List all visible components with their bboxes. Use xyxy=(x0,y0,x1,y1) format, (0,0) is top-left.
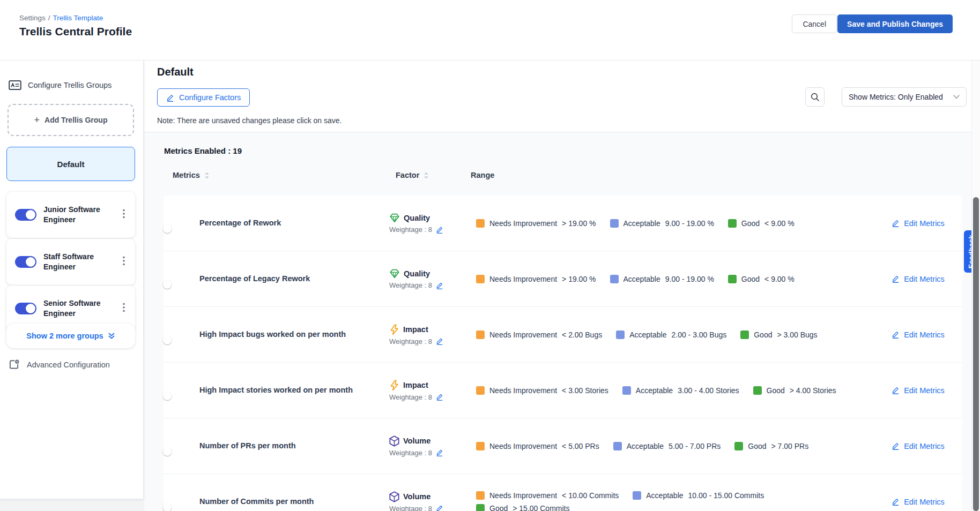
range-color-swatch xyxy=(734,442,743,450)
column-header-metrics[interactable]: Metrics xyxy=(173,171,210,179)
range-item: Needs Improvement > 19.00 % xyxy=(476,275,596,283)
range-item: Needs Improvement < 5.00 PRs xyxy=(476,442,599,450)
range-value: > 3.00 Bugs xyxy=(777,330,817,339)
breadcrumb-separator: / xyxy=(48,14,50,22)
range-value: 5.00 - 7.00 PRs xyxy=(669,442,721,450)
metrics-rows: Percentage of Rework Quality Weightage :… xyxy=(164,196,962,511)
group-toggle[interactable] xyxy=(15,303,36,314)
breadcrumb-trellis-template[interactable]: Trellis Template xyxy=(53,14,103,22)
factor-name: Quality xyxy=(404,269,430,278)
range-list: Needs Improvement < 3.00 Stories Accepta… xyxy=(476,386,874,395)
edit-weightage-icon[interactable] xyxy=(436,226,443,234)
edit-weightage-icon[interactable] xyxy=(436,449,443,456)
configure-factors-button[interactable]: Configure Factors xyxy=(157,88,250,107)
range-level: Acceptable xyxy=(627,442,664,450)
default-group-label: Default xyxy=(57,160,85,169)
range-item: Acceptable 2.00 - 3.00 Bugs xyxy=(616,330,726,339)
range-level: Acceptable xyxy=(636,386,673,395)
show-metrics-dropdown[interactable]: Show Metrics: Only Enabled xyxy=(842,87,967,107)
quality-icon xyxy=(389,268,400,279)
advanced-configuration-label: Advanced Configuration xyxy=(27,360,110,369)
edit-metrics-label: Edit Metrics xyxy=(904,386,945,395)
scrollbar-thumb[interactable] xyxy=(973,197,979,511)
table-row: High Impact bugs worked on per month Imp… xyxy=(164,307,962,363)
range-level: Acceptable xyxy=(623,219,660,228)
breadcrumb-settings[interactable]: Settings xyxy=(19,14,46,22)
group-toggle[interactable] xyxy=(15,256,36,268)
table-row: Percentage of Rework Quality Weightage :… xyxy=(164,196,962,251)
add-trellis-group-label: Add Trellis Group xyxy=(44,116,107,124)
range-item: Acceptable 5.00 - 7.00 PRs xyxy=(613,442,721,450)
edit-weightage-icon[interactable] xyxy=(436,505,443,511)
range-level: Needs Improvement xyxy=(489,275,557,283)
show-more-groups-button[interactable]: Show 2 more groups xyxy=(6,324,135,348)
kebab-menu-icon[interactable] xyxy=(119,209,129,221)
advanced-configuration-button[interactable]: Advanced Configuration xyxy=(9,359,110,370)
edit-metrics-button[interactable]: Edit Metrics xyxy=(892,330,945,339)
edit-metrics-button[interactable]: Edit Metrics xyxy=(892,442,945,450)
sidebar-item-junior-software-engineer[interactable]: Junior Software Engineer xyxy=(6,192,135,238)
range-list: Needs Improvement < 5.00 PRs Acceptable … xyxy=(476,442,874,450)
kebab-menu-icon[interactable] xyxy=(119,303,129,314)
add-trellis-group-button[interactable]: + Add Trellis Group xyxy=(8,104,134,136)
range-item: Acceptable 3.00 - 4.00 Stories xyxy=(622,386,739,395)
range-level: Good xyxy=(741,275,760,283)
kebab-menu-icon[interactable] xyxy=(119,256,129,268)
edit-weightage-icon[interactable] xyxy=(436,393,443,401)
trellis-central-profile-page: Settings/Trellis Template Trellis Centra… xyxy=(0,0,980,511)
range-value: > 15.00 Commits xyxy=(513,504,569,511)
edit-pencil-icon xyxy=(892,275,900,283)
edit-metrics-button[interactable]: Edit Metrics xyxy=(892,386,945,395)
range-item: Good > 7.00 PRs xyxy=(734,442,808,450)
group-toggle[interactable] xyxy=(15,209,36,221)
range-value: < 2.00 Bugs xyxy=(562,330,602,339)
range-value: < 10.00 Commits xyxy=(562,491,619,500)
configure-trellis-groups-header: Configure Trellis Groups xyxy=(9,80,112,91)
edit-weightage-icon[interactable] xyxy=(436,282,443,289)
range-item: Acceptable 9.00 - 19.00 % xyxy=(610,219,714,228)
search-button[interactable] xyxy=(805,87,825,107)
volume-icon xyxy=(389,435,399,447)
range-level: Needs Improvement xyxy=(489,386,557,395)
column-header-range: Range xyxy=(471,171,494,179)
sort-icon xyxy=(424,172,429,179)
edit-metrics-label: Edit Metrics xyxy=(904,330,945,339)
weightage-label: Weightage : 8 xyxy=(389,281,432,289)
range-item: Needs Improvement < 3.00 Stories xyxy=(476,386,608,395)
range-item: Acceptable 10.00 - 15.00 Commits xyxy=(633,491,764,500)
factor-cell: Volume Weightage : 8 xyxy=(389,435,476,457)
group-title: Default xyxy=(157,66,194,78)
unsaved-changes-note: Note: There are unsaved changes please c… xyxy=(157,116,342,125)
range-value: < 9.00 % xyxy=(764,275,795,283)
cancel-button[interactable]: Cancel xyxy=(792,14,837,33)
factor-name: Impact xyxy=(403,381,428,389)
weightage-label: Weightage : 8 xyxy=(389,449,432,457)
range-value: < 9.00 % xyxy=(764,219,795,228)
sidebar-item-default[interactable]: Default xyxy=(6,147,135,181)
save-and-publish-button[interactable]: Save and Publish Changes xyxy=(837,14,953,33)
factor-cell: Volume Weightage : 8 xyxy=(389,491,476,511)
edit-metrics-label: Edit Metrics xyxy=(904,219,945,228)
edit-metrics-cell: Edit Metrics xyxy=(874,386,962,395)
edit-metrics-button[interactable]: Edit Metrics xyxy=(892,498,945,506)
metric-name: High Impact stories worked on per month xyxy=(199,385,389,396)
weightage-label: Weightage : 8 xyxy=(389,505,432,511)
edit-metrics-button[interactable]: Edit Metrics xyxy=(892,275,945,283)
cancel-button-label: Cancel xyxy=(803,20,826,28)
range-color-swatch xyxy=(633,491,641,500)
group-header-panel: Default Configure Factors Note: There ar… xyxy=(144,61,980,132)
edit-metrics-label: Edit Metrics xyxy=(904,442,945,450)
factor-cell: Impact Weightage : 8 xyxy=(389,380,476,401)
range-color-swatch xyxy=(616,330,625,339)
edit-metrics-button[interactable]: Edit Metrics xyxy=(892,219,945,228)
sidebar-item-staff-software-engineer[interactable]: Staff Software Engineer xyxy=(6,239,135,285)
range-level: Good xyxy=(754,330,772,339)
range-color-swatch xyxy=(740,330,749,339)
sort-icon xyxy=(204,172,210,179)
advanced-configuration-icon xyxy=(9,359,20,370)
range-item: Acceptable 9.00 - 19.00 % xyxy=(610,275,714,283)
range-list: Needs Improvement < 10.00 Commits Accept… xyxy=(476,491,874,511)
metrics-enabled-count: Metrics Enabled : 19 xyxy=(164,146,242,155)
edit-weightage-icon[interactable] xyxy=(436,337,443,345)
column-header-factor[interactable]: Factor xyxy=(396,171,429,179)
